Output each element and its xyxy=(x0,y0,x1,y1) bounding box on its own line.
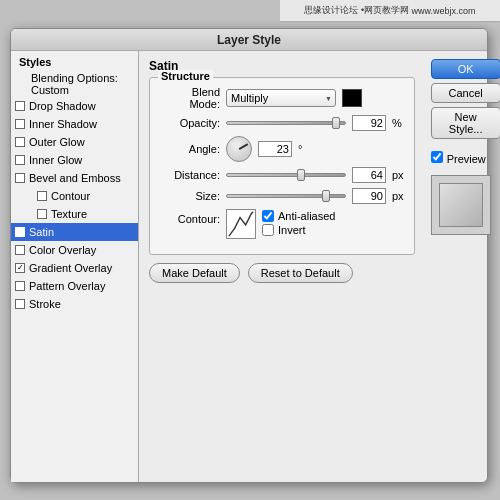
dialog-titlebar: Layer Style xyxy=(11,29,487,51)
style-item-inner-shadow-label: Inner Shadow xyxy=(29,118,97,130)
watermark-text: 思缘设计论坛 •网页教学网 xyxy=(304,4,409,17)
structure-group: Structure Blend Mode: Multiply Normal Sc… xyxy=(149,77,415,255)
style-item-pattern-overlay[interactable]: Pattern Overlay xyxy=(11,277,138,295)
size-row: Size: 90 px xyxy=(160,188,404,204)
size-input[interactable]: 90 xyxy=(352,188,386,204)
style-item-texture[interactable]: Texture xyxy=(11,205,138,223)
distance-slider-container xyxy=(226,173,346,177)
style-item-stroke[interactable]: Stroke xyxy=(11,295,138,313)
anti-aliased-label[interactable]: Anti-aliased xyxy=(262,210,335,222)
invert-checkbox[interactable] xyxy=(262,224,274,236)
satin-content-area: Satin Structure Blend Mode: Multiply Nor… xyxy=(139,51,425,482)
opacity-input[interactable]: 92 xyxy=(352,115,386,131)
distance-row: Distance: 64 px xyxy=(160,167,404,183)
blend-mode-select[interactable]: Multiply Normal Screen Overlay xyxy=(226,89,336,107)
style-checkbox-outer-glow[interactable] xyxy=(15,137,25,147)
blend-mode-label: Blend Mode: xyxy=(160,86,220,110)
invert-text: Invert xyxy=(278,224,306,236)
angle-unit: ° xyxy=(298,143,302,155)
watermark-bar: 思缘设计论坛 •网页教学网 www.webjx.com xyxy=(280,0,500,22)
style-item-texture-label: Texture xyxy=(51,208,87,220)
ok-button[interactable]: OK xyxy=(431,59,500,79)
opacity-slider-track[interactable] xyxy=(226,121,346,125)
size-slider-container xyxy=(226,194,346,198)
style-item-inner-shadow[interactable]: Inner Shadow xyxy=(11,115,138,133)
invert-label[interactable]: Invert xyxy=(262,224,335,236)
anti-aliased-text: Anti-aliased xyxy=(278,210,335,222)
styles-panel-header: Styles xyxy=(11,51,138,71)
style-item-color-overlay[interactable]: Color Overlay xyxy=(11,241,138,259)
new-style-button[interactable]: New Style... xyxy=(431,107,500,139)
opacity-label: Opacity: xyxy=(160,117,220,129)
style-checkbox-gradient-overlay[interactable] xyxy=(15,263,25,273)
distance-slider-thumb[interactable] xyxy=(297,169,305,181)
reset-to-default-button[interactable]: Reset to Default xyxy=(248,263,353,283)
style-item-gradient-overlay[interactable]: Gradient Overlay xyxy=(11,259,138,277)
anti-aliased-checkbox[interactable] xyxy=(262,210,274,222)
style-item-gradient-overlay-label: Gradient Overlay xyxy=(29,262,112,274)
style-item-bevel-emboss-label: Bevel and Emboss xyxy=(29,172,121,184)
style-item-drop-shadow-label: Drop Shadow xyxy=(29,100,96,112)
contour-label: Contour: xyxy=(160,213,220,225)
style-item-inner-glow[interactable]: Inner Glow xyxy=(11,151,138,169)
opacity-row: Opacity: 92 % xyxy=(160,115,404,131)
style-checkbox-texture[interactable] xyxy=(37,209,47,219)
distance-label: Distance: xyxy=(160,169,220,181)
structure-group-title: Structure xyxy=(158,70,213,82)
style-item-drop-shadow[interactable]: Drop Shadow xyxy=(11,97,138,115)
style-checkbox-color-overlay[interactable] xyxy=(15,245,25,255)
preview-label: Preview xyxy=(447,153,486,165)
angle-row: Angle: 23 ° xyxy=(160,136,404,162)
size-label: Size: xyxy=(160,190,220,202)
style-item-satin-label: Satin xyxy=(29,226,54,238)
style-item-contour-label: Contour xyxy=(51,190,90,202)
angle-dial-indicator xyxy=(239,143,248,149)
style-checkbox-pattern-overlay[interactable] xyxy=(15,281,25,291)
distance-slider-track[interactable] xyxy=(226,173,346,177)
contour-controls: Anti-aliased Invert xyxy=(226,209,335,239)
style-item-bevel-emboss[interactable]: Bevel and Emboss xyxy=(11,169,138,187)
layer-style-dialog: Layer Style Styles Blending Options: Cus… xyxy=(10,28,488,483)
angle-label: Angle: xyxy=(160,143,220,155)
angle-dial[interactable] xyxy=(226,136,252,162)
angle-input[interactable]: 23 xyxy=(258,141,292,157)
preview-toggle-row: Preview xyxy=(431,149,499,165)
style-checkbox-drop-shadow[interactable] xyxy=(15,101,25,111)
dialog-body: Styles Blending Options: Custom Drop Sha… xyxy=(11,51,487,482)
style-checkbox-inner-glow[interactable] xyxy=(15,155,25,165)
blend-color-swatch[interactable] xyxy=(342,89,362,107)
distance-unit: px xyxy=(392,169,404,181)
style-checkbox-contour[interactable] xyxy=(37,191,47,201)
style-checkbox-bevel-emboss[interactable] xyxy=(15,173,25,183)
opacity-slider-thumb[interactable] xyxy=(332,117,340,129)
style-item-contour[interactable]: Contour xyxy=(11,187,138,205)
style-checkbox-stroke[interactable] xyxy=(15,299,25,309)
opacity-slider-container xyxy=(226,121,346,125)
style-item-satin[interactable]: Satin xyxy=(11,223,138,241)
right-buttons-col: OK Cancel New Style... Preview xyxy=(425,51,500,482)
style-item-inner-glow-label: Inner Glow xyxy=(29,154,82,166)
preview-checkbox[interactable] xyxy=(431,151,443,163)
watermark-url: www.webjx.com xyxy=(412,6,476,16)
contour-row: Contour: xyxy=(160,209,404,239)
cancel-button[interactable]: Cancel xyxy=(431,83,500,103)
style-item-color-overlay-label: Color Overlay xyxy=(29,244,96,256)
bottom-buttons: Make Default Reset to Default xyxy=(149,263,415,283)
opacity-unit: % xyxy=(392,117,402,129)
style-checkbox-inner-shadow[interactable] xyxy=(15,119,25,129)
size-slider-thumb[interactable] xyxy=(322,190,330,202)
blend-mode-select-wrapper: Multiply Normal Screen Overlay xyxy=(226,89,336,107)
style-item-outer-glow-label: Outer Glow xyxy=(29,136,85,148)
style-item-outer-glow[interactable]: Outer Glow xyxy=(11,133,138,151)
distance-input[interactable]: 64 xyxy=(352,167,386,183)
styles-panel: Styles Blending Options: Custom Drop Sha… xyxy=(11,51,139,482)
preview-box xyxy=(431,175,491,235)
style-item-blending[interactable]: Blending Options: Custom xyxy=(11,71,138,97)
style-checkbox-satin[interactable] xyxy=(15,227,25,237)
contour-thumbnail[interactable] xyxy=(226,209,256,239)
preview-inner xyxy=(439,183,483,227)
make-default-button[interactable]: Make Default xyxy=(149,263,240,283)
size-slider-track[interactable] xyxy=(226,194,346,198)
anti-aliased-check-row: Anti-aliased Invert xyxy=(262,210,335,238)
style-item-stroke-label: Stroke xyxy=(29,298,61,310)
